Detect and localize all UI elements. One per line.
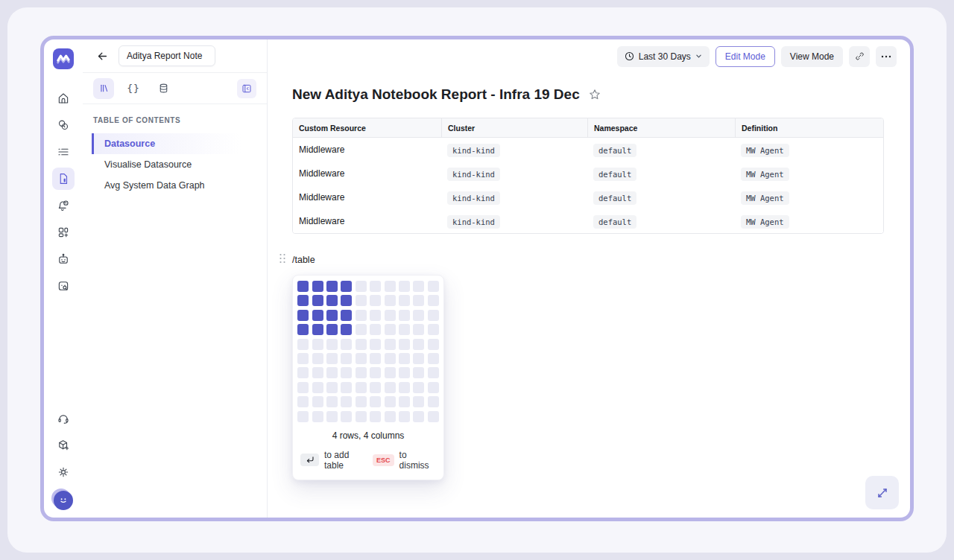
grid-cell[interactable] [413,295,424,306]
more-options-icon[interactable] [876,46,897,67]
grid-cell[interactable] [399,281,410,292]
grid-cell[interactable] [326,310,338,321]
grid-cell[interactable] [326,411,338,422]
grid-cell[interactable] [385,382,396,393]
grid-cell[interactable] [399,367,410,378]
grid-cell[interactable] [413,281,424,292]
grid-cell[interactable] [370,382,381,393]
drag-handle-icon[interactable] [279,253,286,264]
settings-gear-icon[interactable] [52,461,75,483]
grid-cell[interactable] [385,281,396,292]
grid-cell[interactable] [385,339,396,350]
grid-cell[interactable] [385,295,396,306]
grid-cell[interactable] [312,411,323,422]
grid-cell[interactable] [356,367,367,378]
grid-cell[interactable] [341,324,352,335]
grid-cell[interactable] [341,411,352,422]
grid-cell[interactable] [399,295,410,306]
grid-cell[interactable] [413,310,424,321]
grid-cell[interactable] [385,367,396,378]
grid-cell[interactable] [312,281,323,292]
coins-icon[interactable] [52,114,75,136]
grid-cell[interactable] [297,382,309,393]
collapse-sidebar-icon[interactable] [237,79,256,98]
grid-cell[interactable] [297,281,309,292]
grid-cell[interactable] [326,353,338,364]
view-mode-button[interactable]: View Mode [781,46,843,67]
grid-cell[interactable] [413,396,424,407]
grid-cell[interactable] [312,396,323,407]
grid-cell[interactable] [428,382,439,393]
variables-braces-icon[interactable]: {} [123,78,144,99]
grid-cell[interactable] [428,324,439,335]
middleware-logo[interactable] [53,48,74,69]
grid-cell[interactable] [428,367,439,378]
favorite-star-icon[interactable] [589,89,601,101]
grid-cell[interactable] [370,411,381,422]
grid-cell[interactable] [297,353,309,364]
grid-cell[interactable] [385,396,396,407]
grid-cell[interactable] [312,353,323,364]
grid-cell[interactable] [399,411,410,422]
grid-cell[interactable] [399,396,410,407]
grid-cell[interactable] [428,281,439,292]
grid-cell[interactable] [399,310,410,321]
grid-cell[interactable] [370,324,381,335]
grid-cell[interactable] [385,411,396,422]
expand-fullscreen-button[interactable] [865,476,899,509]
grid-cell[interactable] [370,339,381,350]
home-icon[interactable] [52,87,75,109]
grid-cell[interactable] [341,382,352,393]
grid-cell[interactable] [326,382,338,393]
grid-cell[interactable] [297,310,309,321]
toc-item[interactable]: Avg System Data Graph [92,175,267,196]
toc-item[interactable]: Datasource [92,133,267,154]
reports-icon[interactable] [52,168,75,190]
grid-cell[interactable] [341,353,352,364]
grid-cell[interactable] [312,324,323,335]
grid-cell[interactable] [297,324,309,335]
grid-cell[interactable] [326,324,338,335]
grid-cell[interactable] [297,295,309,306]
grid-cell[interactable] [326,281,338,292]
grid-cell[interactable] [297,367,309,378]
grid-cell[interactable] [341,339,352,350]
back-button[interactable] [93,47,111,65]
grid-cell[interactable] [341,295,352,306]
grid-cell[interactable] [413,324,424,335]
slash-command-text[interactable]: /table [292,255,315,265]
grid-cell[interactable] [370,310,381,321]
grid-cell[interactable] [341,367,352,378]
grid-cell[interactable] [370,367,381,378]
grid-cell[interactable] [428,396,439,407]
grid-cell[interactable] [413,411,424,422]
grid-cell[interactable] [385,310,396,321]
alerts-icon[interactable] [52,194,75,217]
grid-cell[interactable] [356,281,367,292]
grid-cell[interactable] [428,295,439,306]
time-range-selector[interactable]: Last 30 Days [617,46,710,67]
grid-cell[interactable] [356,396,367,407]
support-headset-icon[interactable] [52,407,75,430]
dashboards-icon[interactable] [52,221,75,244]
grid-cell[interactable] [297,339,309,350]
grid-cell[interactable] [399,324,410,335]
grid-cell[interactable] [370,295,381,306]
user-avatar[interactable] [54,491,73,510]
grid-cell[interactable] [312,310,323,321]
grid-cell[interactable] [356,310,367,321]
grid-cell[interactable] [385,324,396,335]
grid-cell[interactable] [413,339,424,350]
grid-cell[interactable] [356,353,367,364]
grid-cell[interactable] [385,353,396,364]
toc-tab-library-icon[interactable] [93,78,114,99]
grid-cell[interactable] [413,367,424,378]
grid-cell[interactable] [370,281,381,292]
integrations-cube-icon[interactable] [52,434,75,456]
grid-cell[interactable] [341,396,352,407]
grid-cell[interactable] [428,310,439,321]
grid-cell[interactable] [356,339,367,350]
grid-cell[interactable] [326,367,338,378]
grid-cell[interactable] [428,339,439,350]
grid-cell[interactable] [341,310,352,321]
